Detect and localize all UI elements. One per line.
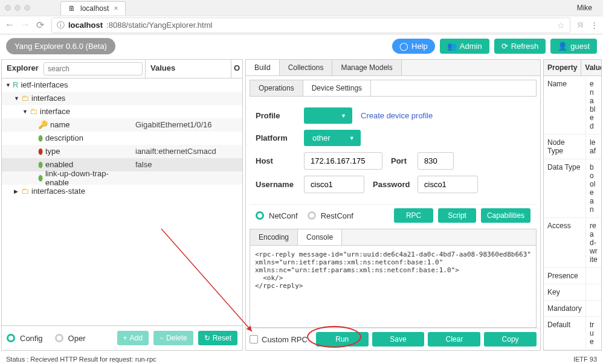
config-label: Config	[20, 334, 43, 343]
netconf-radio[interactable]	[256, 211, 264, 220]
col-op: O	[231, 60, 242, 78]
browser-chrome: 🗎 localhost × Mike ← → ⟳ ⓘ localhost:808…	[0, 0, 603, 34]
tree-row[interactable]: ▼🗀interface	[2, 105, 242, 118]
property-row: Defaulttrue	[544, 317, 601, 350]
custom-rpc-checkbox[interactable]	[250, 335, 258, 343]
browser-user[interactable]: Mike	[577, 4, 598, 12]
tab-title: localhost	[80, 4, 109, 13]
create-profile-link[interactable]: Create device profile	[361, 111, 433, 120]
add-button[interactable]: +Add	[117, 331, 149, 345]
subtab-device-settings[interactable]: Device Settings	[303, 80, 371, 96]
platform-label: Platform	[256, 133, 295, 142]
tree-row[interactable]: ▼🗀interfaces	[2, 92, 242, 105]
profile-select[interactable]	[304, 107, 352, 124]
github-icon: ◯	[399, 42, 408, 51]
app-brand: Yang Explorer 0.6.0 (Beta)	[6, 38, 115, 54]
explorer-title: Explorer	[2, 60, 41, 78]
tree-row[interactable]: ⬮description	[2, 132, 242, 145]
close-icon[interactable]: ×	[114, 4, 118, 13]
oper-radio[interactable]	[55, 334, 63, 342]
status-bar: Status : Recieved HTTP Result for reques…	[6, 356, 156, 363]
prop-header-value: Value	[581, 60, 602, 75]
copy-button[interactable]: Copy	[484, 332, 537, 346]
restconf-radio[interactable]	[308, 211, 316, 220]
explorer-panel: Explorer Values O ▼Rietf-interfaces▼🗀int…	[1, 59, 243, 351]
build-panel: Build Collections Manage Models Operatio…	[245, 59, 541, 351]
property-row: Mandatory	[544, 301, 601, 317]
browser-tab[interactable]: 🗎 localhost ×	[60, 1, 126, 15]
profile-label: Profile	[256, 111, 295, 120]
port-label: Port	[391, 156, 409, 165]
reload-icon[interactable]: ⟳	[36, 19, 44, 31]
bookmark-icon[interactable]: ☆	[557, 21, 565, 30]
property-row: Data Typeboolean	[544, 159, 601, 218]
minus-icon: −	[160, 334, 164, 342]
prop-header-name: Property	[544, 60, 581, 75]
help-button[interactable]: ◯Help	[392, 39, 435, 54]
property-row: Accessread-write	[544, 218, 601, 268]
address-bar[interactable]: ⓘ localhost:8088/static/YangExplorer.htm…	[51, 18, 570, 33]
delete-button[interactable]: −Delete	[153, 331, 193, 345]
yandex-icon[interactable]: Я	[578, 21, 583, 30]
run-button[interactable]: Run	[316, 332, 369, 346]
property-row: Node Typeleaf	[544, 135, 601, 159]
config-radio[interactable]	[7, 334, 15, 342]
user-icon: 👤	[558, 42, 567, 51]
reset-button[interactable]: ↻Reset	[198, 331, 237, 345]
tree-row[interactable]: 🔑nameGigabitEthernet1/0/16	[2, 118, 242, 132]
tab-build[interactable]: Build	[246, 60, 280, 75]
tab-collections[interactable]: Collections	[280, 60, 333, 75]
plus-icon: +	[123, 334, 127, 342]
tab-console[interactable]: Console	[298, 229, 342, 245]
col-values: Values	[145, 60, 231, 78]
username-label: Username	[256, 180, 295, 189]
url-path: :8088/static/YangExplorer.html	[106, 21, 212, 30]
refresh-button[interactable]: ⟳Refresh	[494, 39, 546, 54]
clear-button[interactable]: Clear	[428, 332, 480, 346]
users-icon: 👥	[447, 42, 457, 51]
console-output[interactable]: <rpc-reply message-id="urn:uuid:de6c4a21…	[250, 246, 537, 328]
subtab-operations[interactable]: Operations	[250, 80, 303, 96]
property-row: Nameenabled	[544, 76, 601, 135]
capabilities-button[interactable]: Capabilities	[481, 208, 530, 223]
oper-label: Oper	[68, 334, 86, 343]
model-tree[interactable]: ▼Rietf-interfaces▼🗀interfaces▼🗀interface…	[2, 78, 242, 325]
guest-button[interactable]: 👤guest	[550, 39, 597, 54]
tree-row[interactable]: ▶🗀interfaces-state	[2, 185, 242, 198]
property-row: Presence	[544, 268, 601, 284]
rpc-button[interactable]: RPC	[394, 208, 433, 223]
tab-manage[interactable]: Manage Models	[332, 60, 401, 75]
restconf-label: RestConf	[321, 211, 353, 220]
window-controls	[5, 5, 30, 11]
property-panel: Property Value NameenabledNode TypeleafD…	[543, 59, 602, 351]
port-input[interactable]	[418, 152, 454, 170]
platform-select[interactable]: other	[304, 130, 361, 146]
admin-button[interactable]: 👥Admin	[440, 39, 489, 54]
forward-icon[interactable]: →	[21, 19, 30, 31]
tree-row[interactable]: ⬮typeianaift:ethernetCsmacd	[2, 145, 242, 158]
file-icon: 🗎	[68, 4, 76, 13]
password-input[interactable]	[418, 176, 478, 193]
property-row: Pathietf-interfaces/interfaces/interface…	[544, 350, 601, 351]
ietf-label: IETF 93	[573, 356, 597, 363]
info-icon: ⓘ	[57, 20, 65, 31]
url-host: localhost	[68, 21, 103, 30]
password-label: Password	[373, 180, 409, 189]
tree-row[interactable]: ⬮link-up-down-trap-enable	[2, 171, 242, 185]
reset-icon: ↻	[204, 334, 210, 342]
script-button[interactable]: Script	[438, 208, 476, 223]
search-input[interactable]	[44, 62, 143, 75]
menu-icon[interactable]: ⋮	[590, 21, 598, 30]
host-label: Host	[256, 156, 295, 165]
property-row: Key	[544, 284, 601, 301]
custom-rpc-label: Custom RPC	[262, 335, 308, 344]
back-icon[interactable]: ←	[5, 19, 15, 31]
netconf-label: NetConf	[269, 211, 298, 220]
host-input[interactable]	[304, 152, 382, 170]
refresh-icon: ⟳	[501, 42, 508, 51]
tree-row[interactable]: ▼Rietf-interfaces	[2, 78, 242, 92]
username-input[interactable]	[304, 176, 364, 193]
app-header: Yang Explorer 0.6.0 (Beta) ◯Help 👥Admin …	[0, 34, 603, 58]
save-button[interactable]: Save	[372, 332, 425, 346]
tab-encoding[interactable]: Encoding	[250, 229, 298, 245]
